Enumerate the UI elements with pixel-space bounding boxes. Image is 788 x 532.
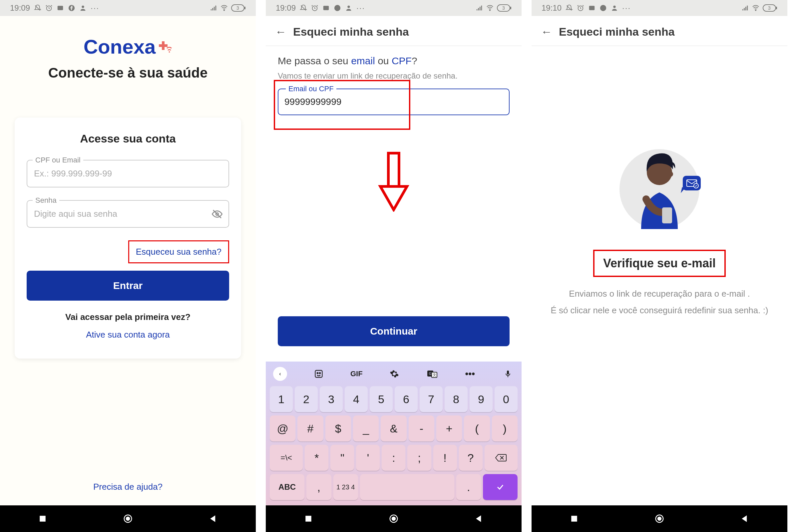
back-arrow-icon[interactable]: ← bbox=[275, 25, 287, 38]
key-comma[interactable]: , bbox=[307, 474, 331, 500]
svg-point-38 bbox=[613, 6, 615, 8]
key-underscore[interactable]: _ bbox=[353, 415, 379, 442]
forgot-password-link[interactable]: Esqueceu sua senha? bbox=[136, 247, 221, 257]
kb-more-icon[interactable]: ••• bbox=[464, 368, 476, 380]
message-icon bbox=[588, 4, 595, 12]
wifi-icon bbox=[752, 4, 760, 12]
key-minus[interactable]: - bbox=[409, 415, 434, 442]
key-question[interactable]: ? bbox=[459, 445, 482, 471]
key-numpad[interactable]: 1 23 4 bbox=[333, 474, 358, 500]
key-plus[interactable]: + bbox=[436, 415, 462, 442]
nav-home-icon[interactable] bbox=[654, 514, 665, 524]
email-cpf-label: Email ou CPF bbox=[286, 85, 336, 93]
plus-wifi-icon bbox=[159, 40, 172, 54]
svg-rect-50 bbox=[571, 516, 577, 522]
nav-home-icon[interactable] bbox=[123, 514, 133, 524]
verify-body: Verifique seu e-mail Enviamos o link de … bbox=[532, 46, 787, 505]
brand-name: Conexa bbox=[84, 35, 156, 58]
svg-rect-16 bbox=[323, 6, 329, 10]
nav-recent-icon[interactable] bbox=[38, 514, 47, 524]
alarm-icon bbox=[577, 4, 584, 12]
key-8[interactable]: 8 bbox=[445, 386, 468, 412]
key-4[interactable]: 4 bbox=[345, 386, 368, 412]
login-body: Conexa Conecte-se à sua saúde Acesse sua… bbox=[0, 16, 256, 505]
key-dquote[interactable]: " bbox=[330, 445, 354, 471]
key-space[interactable] bbox=[360, 474, 454, 500]
key-lparen[interactable]: ( bbox=[464, 415, 490, 442]
verify-sub-2: É só clicar nele e você conseguirá redef… bbox=[551, 304, 768, 318]
phone-screen-login: 19:09 ··· 3 Conexa Conecte-se à sua sa bbox=[0, 0, 256, 532]
back-arrow-icon[interactable]: ← bbox=[541, 25, 552, 38]
cpf-email-label: CPF ou Email bbox=[33, 156, 83, 164]
kb-translate-icon[interactable]: G文 bbox=[426, 368, 439, 380]
svg-rect-32 bbox=[306, 516, 311, 522]
svg-text:3: 3 bbox=[768, 5, 771, 11]
svg-rect-1 bbox=[58, 6, 63, 10]
kb-gif-button[interactable]: GIF bbox=[350, 368, 363, 380]
key-at[interactable]: @ bbox=[270, 415, 295, 442]
battery-icon: 3 bbox=[497, 4, 512, 12]
svg-rect-23 bbox=[388, 153, 399, 186]
activate-account-link[interactable]: Ative sua conta agora bbox=[86, 330, 170, 340]
key-3[interactable]: 3 bbox=[320, 386, 343, 412]
password-label: Senha bbox=[33, 196, 59, 205]
eye-off-icon[interactable] bbox=[212, 209, 222, 219]
key-squote[interactable]: ' bbox=[356, 445, 380, 471]
key-9[interactable]: 9 bbox=[470, 386, 493, 412]
key-amp[interactable]: & bbox=[381, 415, 406, 442]
verify-heading-highlight: Verifique seu e-mail bbox=[593, 250, 726, 277]
nav-back-icon[interactable] bbox=[208, 514, 218, 524]
key-1[interactable]: 1 bbox=[270, 386, 293, 412]
phone-screen-recover: 19:09 ··· 3 ← Esqueci minha senha Me pas… bbox=[266, 0, 521, 532]
key-2[interactable]: 2 bbox=[295, 386, 318, 412]
svg-text:3: 3 bbox=[502, 5, 505, 11]
key-semicolon[interactable]: ; bbox=[407, 445, 431, 471]
key-rparen[interactable]: ) bbox=[492, 415, 517, 442]
kb-settings-icon[interactable] bbox=[388, 368, 401, 380]
prompt-subline: Vamos te enviar um link de recuperação d… bbox=[278, 71, 510, 81]
keyboard-toolbar: ‹ GIF G文 ••• bbox=[269, 365, 519, 383]
help-link[interactable]: Precisa de ajuda? bbox=[93, 482, 162, 492]
bell-off-icon bbox=[566, 4, 573, 12]
nav-recent-icon[interactable] bbox=[569, 514, 579, 524]
kb-sticker-icon[interactable] bbox=[312, 368, 325, 380]
facebook-icon bbox=[334, 4, 341, 12]
key-0[interactable]: 0 bbox=[495, 386, 517, 412]
key-abc[interactable]: ABC bbox=[270, 474, 304, 500]
kb-mic-icon[interactable] bbox=[501, 368, 514, 380]
svg-point-3 bbox=[82, 6, 84, 8]
nav-home-icon[interactable] bbox=[389, 514, 399, 524]
forgot-password-highlight: Esqueceu sua senha? bbox=[128, 240, 229, 263]
key-enter[interactable] bbox=[483, 474, 517, 500]
person-icon bbox=[79, 4, 86, 12]
alarm-icon bbox=[45, 4, 53, 12]
svg-text:3: 3 bbox=[236, 5, 239, 11]
nav-back-icon[interactable] bbox=[740, 514, 750, 524]
continue-wrap: Continuar bbox=[266, 316, 521, 346]
key-6[interactable]: 6 bbox=[395, 386, 418, 412]
facebook-icon bbox=[599, 4, 607, 12]
key-hash[interactable]: # bbox=[297, 415, 323, 442]
kb-collapse-icon[interactable]: ‹ bbox=[273, 367, 287, 381]
key-symbols[interactable]: =\< bbox=[270, 445, 303, 471]
prompt-email: email bbox=[351, 55, 375, 66]
key-7[interactable]: 7 bbox=[420, 386, 442, 412]
status-time: 19:10 bbox=[541, 3, 562, 13]
key-bang[interactable]: ! bbox=[433, 445, 457, 471]
key-backspace[interactable] bbox=[485, 445, 517, 471]
email-cpf-field[interactable]: Email ou CPF 99999999999 bbox=[278, 88, 510, 115]
svg-rect-12 bbox=[40, 516, 46, 522]
key-star[interactable]: * bbox=[305, 445, 328, 471]
nav-recent-icon[interactable] bbox=[303, 514, 313, 524]
continue-button[interactable]: Continuar bbox=[278, 316, 510, 346]
status-bar: 19:09 ··· 3 bbox=[0, 0, 256, 16]
key-5[interactable]: 5 bbox=[370, 386, 393, 412]
battery-icon: 3 bbox=[231, 4, 246, 12]
nav-back-icon[interactable] bbox=[474, 514, 484, 524]
wifi-icon bbox=[220, 4, 228, 12]
login-button[interactable]: Entrar bbox=[27, 271, 229, 301]
key-dot[interactable]: . bbox=[456, 474, 481, 500]
svg-point-4 bbox=[224, 9, 225, 11]
key-dollar[interactable]: $ bbox=[326, 415, 351, 442]
key-colon[interactable]: : bbox=[382, 445, 405, 471]
